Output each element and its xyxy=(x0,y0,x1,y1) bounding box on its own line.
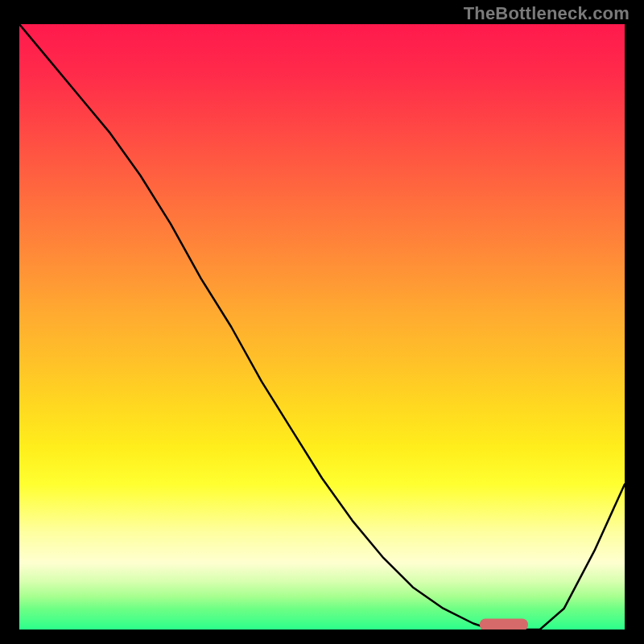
bottleneck-curve xyxy=(19,24,625,630)
optimum-marker xyxy=(480,619,528,630)
plot-area xyxy=(19,24,625,630)
chart-frame: TheBottleneck.com xyxy=(0,0,644,644)
watermark-text: TheBottleneck.com xyxy=(464,3,630,24)
curve-path xyxy=(19,24,625,630)
